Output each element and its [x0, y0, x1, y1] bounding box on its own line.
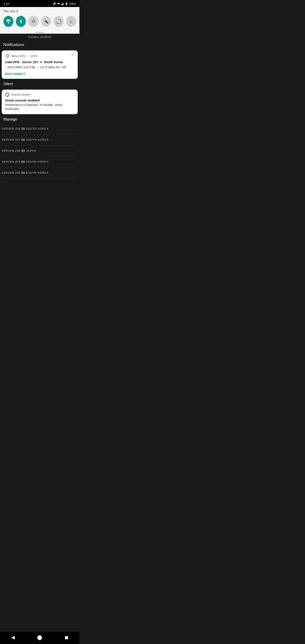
- vpn-notification-card: 🛡️ Melux VPN • 00:04 ⌃ CakeVPN - Server …: [2, 50, 78, 79]
- dnd-toggle[interactable]: ⊖: [28, 16, 38, 27]
- vpn-shield-icon: 🛡️: [5, 54, 10, 58]
- manage-section: Manage: [0, 114, 80, 123]
- manage-label: Manage: [4, 117, 17, 122]
- battery-saver-toggle[interactable]: 🔋: [66, 16, 76, 27]
- status-icons: 🔑 🔋 100%: [52, 2, 76, 6]
- battery-icon: 🔋: [65, 2, 68, 6]
- battery-percent: 100%: [69, 2, 76, 6]
- bluetooth-toggle[interactable]: [16, 16, 26, 27]
- svg-rect-0: [61, 4, 62, 5]
- vpn-app-name: Melux VPN: [12, 54, 25, 58]
- server-list-item[interactable]: SERVER 259 🇰🇷 SOUTH KOREA: [2, 156, 78, 167]
- svg-rect-1: [62, 4, 62, 5]
- system-app-name: Android System: [11, 93, 30, 96]
- vpn-notification-time: 00:04: [30, 54, 38, 58]
- disconnect-button[interactable]: DISCONNECT: [5, 72, 26, 76]
- flashlight-toggle[interactable]: 🔦: [41, 16, 51, 27]
- quick-settings-header: Thu, Dec 9: [4, 10, 76, 13]
- quick-settings-panel: Thu, Dec 9 ⊖ 🔦 🔄 🔋: [0, 7, 80, 30]
- rotate-toggle[interactable]: 🔄: [54, 16, 64, 27]
- vpn-app-info: 🛡️ Melux VPN • 00:04: [5, 54, 37, 58]
- vpn-dot-separator: •: [27, 54, 28, 58]
- duration-bar: Duration: 00:00:06: [0, 34, 80, 40]
- silent-label: Silent: [4, 82, 13, 86]
- wifi-status-icon: [57, 3, 60, 5]
- server-list-item[interactable]: SERVER 256 🇰🇷 SOUTH KOREA: [2, 123, 78, 134]
- wifi-toggle[interactable]: [4, 16, 13, 27]
- vpn-notification-body: ↓ 429.6 kbit/s 110.9 kB - ↑ 137.6 kbit/s…: [5, 65, 74, 70]
- drag-handle[interactable]: [0, 30, 80, 34]
- vpn-collapse-button[interactable]: ⌃: [71, 54, 74, 58]
- signal-icon: [61, 3, 64, 5]
- server-list-item[interactable]: SERVER 258 🇯🇵 JAPAN: [2, 145, 78, 156]
- silent-section: Silent: [0, 79, 80, 88]
- duration-text: Duration: 00:00:06: [28, 36, 51, 38]
- server-list-item[interactable]: SERVER 260 🇰🇷 SOUTH KOREA: [2, 167, 78, 178]
- svg-point-4: [8, 22, 9, 24]
- server-list-item[interactable]: SERVER 257 🇰🇷 SOUTH KOREA: [2, 134, 78, 145]
- drag-handle-bar: [36, 32, 44, 33]
- key-icon: 🔑: [52, 2, 56, 6]
- notifications-section: Notifications: [0, 40, 80, 49]
- system-notif-title: Serial console enabled: [5, 98, 74, 102]
- server-list: SERVER 256 🇰🇷 SOUTH KOREASERVER 257 🇰🇷 S…: [0, 123, 80, 178]
- svg-rect-3: [64, 3, 64, 5]
- quick-toggles: ⊖ 🔦 🔄 🔋: [4, 16, 76, 27]
- system-notif-body: Performance is impacted. To disable, che…: [5, 103, 74, 111]
- vpn-notification-header: 🛡️ Melux VPN • 00:04 ⌃: [5, 54, 74, 58]
- status-bar: 1:27 🔑 🔋 100%: [0, 0, 80, 7]
- vpn-notification-title: CakeVPN - Server 257 🇰🇷 South Korea: [5, 60, 74, 64]
- status-time: 1:27: [4, 2, 10, 6]
- date-display: Thu, Dec 9: [4, 10, 18, 13]
- system-notification-card: Android System Serial console enabled Pe…: [2, 90, 78, 114]
- system-notif-header: Android System: [5, 92, 74, 97]
- svg-rect-2: [63, 3, 63, 5]
- android-system-icon: [5, 92, 9, 97]
- notifications-label: Notifications: [4, 42, 24, 47]
